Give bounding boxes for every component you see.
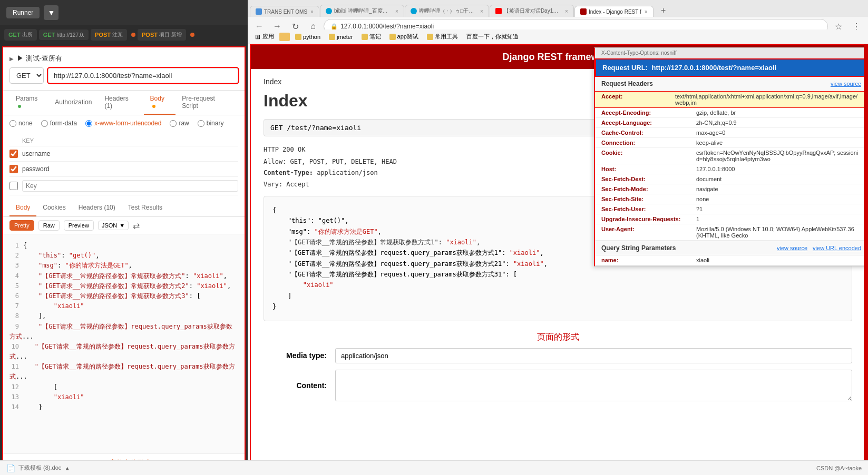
radio-raw[interactable]: raw bbox=[170, 120, 189, 127]
url-input[interactable] bbox=[48, 68, 238, 83]
folder-icon-tools bbox=[427, 34, 433, 40]
tab-1-close[interactable]: × bbox=[310, 9, 314, 15]
sec-fetch-mode-name: Sec-Fetch-Mode: bbox=[601, 186, 696, 192]
view-source-link-2[interactable]: view source bbox=[777, 245, 807, 251]
radio-form-data[interactable]: form-data bbox=[41, 120, 77, 127]
body-table-header: KEY bbox=[9, 135, 238, 146]
bookmark-baidu[interactable]: 百度一下，你就知道 bbox=[463, 32, 522, 42]
tab-3-favicon bbox=[411, 8, 417, 14]
radio-none[interactable]: none bbox=[9, 120, 33, 127]
sec-fetch-user-name: Sec-Fetch-User: bbox=[601, 206, 696, 212]
checkbox-password[interactable] bbox=[9, 165, 18, 173]
accept-encoding-row: Accept-Encoding: gzip, deflate, br bbox=[595, 108, 867, 118]
tab-5-favicon bbox=[580, 8, 587, 15]
format-preview[interactable]: Preview bbox=[64, 220, 94, 231]
response-section: Body Cookies Headers (10) Test Results P… bbox=[3, 200, 245, 472]
media-type-label: Media type: bbox=[264, 351, 327, 360]
tab-4-close[interactable]: × bbox=[565, 8, 568, 14]
request-headers-header: Request Headers view source bbox=[595, 77, 867, 91]
bookmark-app-test[interactable]: app测试 bbox=[386, 32, 422, 42]
tab-body[interactable]: Body bbox=[144, 91, 176, 115]
checkbox-empty[interactable] bbox=[9, 182, 18, 190]
sec-fetch-user-row: Sec-Fetch-User: ?1 bbox=[595, 204, 867, 214]
upgrade-insecure-row: Upgrade-Insecure-Requests: 1 bbox=[595, 214, 867, 224]
upgrade-insecure-name: Upgrade-Insecure-Requests: bbox=[601, 216, 696, 222]
key-password: password bbox=[22, 165, 238, 173]
resp-tab-cookies[interactable]: Cookies bbox=[36, 200, 72, 216]
tab-3-label: 哔哩哔哩（ · ）ゥ□干杯~~bili bbox=[419, 7, 477, 15]
json-line-1: 1{ bbox=[9, 241, 238, 251]
host-row: Host: 127.0.0.1:8000 bbox=[595, 164, 867, 174]
method-selector[interactable]: GET bbox=[9, 67, 44, 84]
resp-tab-headers[interactable]: Headers (10) bbox=[72, 200, 122, 216]
radio-binary[interactable]: binary bbox=[198, 120, 224, 127]
host-value: 127.0.0.1:8000 bbox=[696, 166, 735, 172]
tab-authorization[interactable]: Authorization bbox=[48, 94, 98, 111]
cache-control-row: Cache-Control: max-age=0 bbox=[595, 128, 867, 138]
bookmark-python[interactable]: python bbox=[292, 33, 324, 41]
key-input-empty[interactable] bbox=[22, 180, 238, 192]
postman-menu-button[interactable]: ▼ bbox=[44, 5, 58, 20]
postman-main-content: ▶ 测试-查所有 GET Params Authorization Header… bbox=[2, 46, 246, 473]
cache-control-value: max-age=0 bbox=[696, 130, 725, 136]
bookmark-notes[interactable]: 笔记 bbox=[358, 32, 384, 42]
tab-subtitle: 出所 bbox=[22, 31, 33, 38]
tab-get-2[interactable]: GET http://127.0. bbox=[39, 29, 89, 40]
json-line-13: 13 "xiaoli" bbox=[9, 392, 238, 402]
json-line-14: 14 } bbox=[9, 402, 238, 412]
sec-fetch-site-name: Sec-Fetch-Site: bbox=[601, 196, 696, 202]
tab-3-close[interactable]: × bbox=[480, 8, 483, 14]
request-section: ▶ 测试-查所有 GET bbox=[3, 47, 245, 91]
chevron-down-icon: ▼ bbox=[119, 222, 125, 229]
tab-params[interactable]: Params bbox=[9, 91, 48, 115]
json-close-bracket: ] bbox=[272, 291, 843, 301]
tab-5-close[interactable]: × bbox=[645, 9, 648, 15]
runner-button[interactable]: Runner bbox=[6, 7, 40, 18]
media-type-input[interactable] bbox=[335, 348, 852, 363]
user-agent-name: User-Agent: bbox=[601, 226, 696, 239]
browser-tab-2[interactable]: bibibi 哔哩哔哩_百度搜索 × bbox=[320, 5, 404, 17]
browser-tab-5-active[interactable]: Index - Django REST f × bbox=[574, 6, 654, 17]
new-tab-button[interactable]: + bbox=[656, 4, 671, 17]
format-raw[interactable]: Raw bbox=[38, 220, 60, 231]
accept-language-value: zh-CN,zh;q=0.9 bbox=[696, 120, 737, 126]
tab-prerequest[interactable]: Pre-request Script bbox=[175, 91, 238, 115]
key-username: username bbox=[22, 150, 238, 157]
apps-icon: ⊞ bbox=[255, 33, 260, 41]
json-line-2: 2 "this": "get()", bbox=[9, 251, 238, 261]
browser-tab-4[interactable]: 【英语日常对话Day1】30分钟 × bbox=[490, 5, 574, 17]
expand-icon[interactable]: ▲ bbox=[64, 465, 70, 471]
format-pretty[interactable]: Pretty bbox=[9, 220, 34, 231]
checkbox-username[interactable] bbox=[9, 150, 18, 158]
tab-2-close[interactable]: × bbox=[395, 8, 398, 14]
tab-post-2-label: 项目-新增 bbox=[159, 31, 182, 38]
content-textarea[interactable] bbox=[335, 370, 852, 401]
tab-get-1[interactable]: GET 出所 bbox=[4, 29, 37, 41]
view-url-encoded-link[interactable]: view URL encoded bbox=[813, 245, 861, 251]
wrap-icon-button[interactable]: ⇄ bbox=[133, 221, 140, 231]
browser-tab-3[interactable]: 哔哩哔哩（ · ）ゥ□干杯~~bili × bbox=[405, 5, 489, 17]
browser-tab-1[interactable]: TRANS ENT OMS × bbox=[250, 6, 319, 17]
json-line-6: 6 "【GET请求__常规的路径参数】常规获取参数方式3": [ bbox=[9, 291, 238, 301]
watermark-label: CSDN @A~taoke bbox=[816, 465, 862, 471]
request-option-tabs: Params Authorization Headers (1) Body Pr… bbox=[3, 91, 245, 115]
bookmark-apps-label: 应用 bbox=[262, 33, 274, 41]
bookmark-apps[interactable]: ⊞ 应用 bbox=[252, 32, 277, 42]
sec-fetch-mode-row: Sec-Fetch-Mode: navigate bbox=[595, 184, 867, 194]
bookmark-tools[interactable]: 常用工具 bbox=[424, 32, 461, 42]
view-source-link[interactable]: view source bbox=[831, 81, 861, 87]
json-line-12: 12 [ bbox=[9, 382, 238, 392]
tab-post-2[interactable]: POST 项目-新增 bbox=[138, 29, 186, 41]
query-params-header: Query String Parameters view source view… bbox=[595, 241, 867, 255]
radio-urlencoded[interactable]: x-www-form-urlencoded bbox=[85, 120, 161, 127]
resp-tab-body[interactable]: Body bbox=[9, 200, 36, 216]
tab-post-1[interactable]: POST 注某 bbox=[91, 29, 127, 41]
resp-tab-tests[interactable]: Test Results bbox=[122, 200, 169, 216]
format-type-select[interactable]: JSON ▼ bbox=[98, 221, 129, 230]
bookmark-folder-icon-1[interactable] bbox=[279, 33, 290, 41]
tab-1-label: TRANS ENT OMS bbox=[264, 9, 307, 15]
bookmark-jmeter[interactable]: jmeter bbox=[326, 33, 356, 41]
sec-fetch-site-row: Sec-Fetch-Site: none bbox=[595, 194, 867, 204]
tab-headers[interactable]: Headers (1) bbox=[98, 91, 143, 115]
accept-language-row: Accept-Language: zh-CN,zh;q=0.9 bbox=[595, 118, 867, 128]
